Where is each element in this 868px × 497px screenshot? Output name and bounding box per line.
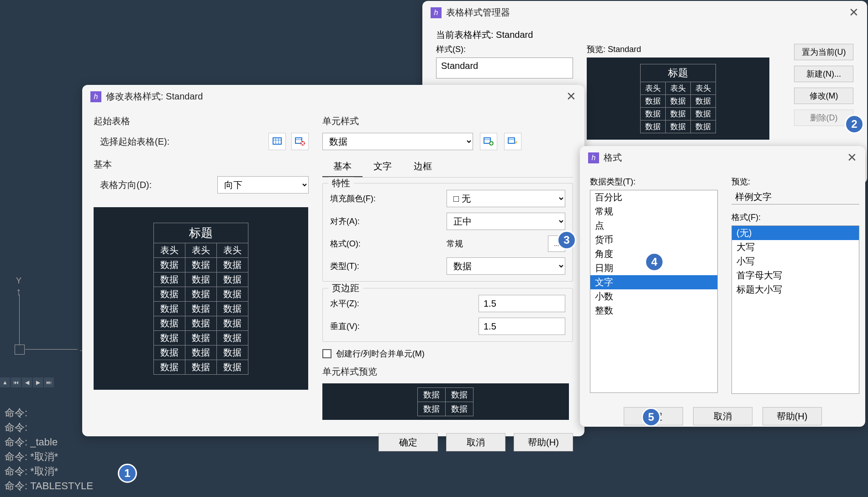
data-type-item[interactable]: 整数 <box>590 303 717 318</box>
align-select[interactable]: 正中 <box>447 213 565 230</box>
merge-checkbox-label: 创建行/列时合并单元(M) <box>336 348 425 359</box>
format-item[interactable]: (无) <box>732 226 859 240</box>
axis-arrow-up-icon: ↑ <box>16 285 21 298</box>
cell-style-tabs: 基本 文字 边框 <box>322 157 573 178</box>
vertical-margin-label: 垂直(V): <box>330 321 360 332</box>
type-label: 类型(T): <box>330 261 359 272</box>
sample-text-display: 样例文字 <box>731 190 859 204</box>
axis-y-label: Y <box>16 276 21 286</box>
manage-cell-style-icon[interactable] <box>504 133 521 150</box>
preview-label: 预览: Standard <box>587 44 780 55</box>
format-dialog-title: 格式 <box>604 152 622 164</box>
cancel-button[interactable]: 取消 <box>446 433 505 451</box>
svg-rect-0 <box>273 138 281 144</box>
nav-next-icon[interactable]: ▶ <box>33 377 43 387</box>
format-item[interactable]: 大写 <box>732 240 859 254</box>
table-preview-large: 标题 表头表头表头 数据数据数据 数据数据数据 数据数据数据 数据数据数据 数据… <box>153 223 248 375</box>
new-button[interactable]: 新建(N)... <box>794 66 853 82</box>
margin-group-title: 页边距 <box>328 282 363 294</box>
svg-rect-14 <box>508 138 515 143</box>
data-type-item[interactable]: 常规 <box>590 204 717 219</box>
step-badge-4: 4 <box>645 252 664 272</box>
select-start-label: 选择起始表格(E): <box>100 136 169 148</box>
modify-button[interactable]: 修改(M) <box>794 88 853 104</box>
step-badge-5: 5 <box>642 408 661 427</box>
layout-nav-strip: ▲ ⏮ ◀ ▶ ⏭ <box>0 377 54 387</box>
select-table-icon[interactable] <box>268 133 286 150</box>
close-icon[interactable]: ✕ <box>847 151 857 165</box>
nav-prev-icon[interactable]: ◀ <box>22 377 32 387</box>
close-icon[interactable]: ✕ <box>849 5 859 20</box>
cell-style-section-label: 单元样式 <box>322 115 573 127</box>
new-cell-style-icon[interactable] <box>480 133 497 150</box>
axis-line-vertical <box>19 294 20 345</box>
direction-select[interactable]: 向下 <box>217 176 309 194</box>
format-preview-label: 预览: <box>731 176 859 187</box>
tab-basic[interactable]: 基本 <box>322 157 363 177</box>
app-icon: h <box>588 152 599 163</box>
ok-button[interactable]: 确定 <box>379 433 438 451</box>
step-badge-1: 1 <box>118 464 137 483</box>
data-type-item[interactable]: 点 <box>590 219 717 233</box>
format-dialog: h 格式 ✕ 数据类型(T): 百分比常规点货币角度日期文字小数整数 预览: 样… <box>580 146 865 427</box>
fill-color-label: 填充颜色(F): <box>330 193 376 204</box>
tab-text[interactable]: 文字 <box>363 157 403 177</box>
tab-border[interactable]: 边框 <box>403 157 443 177</box>
data-type-item[interactable]: 文字 <box>590 275 717 289</box>
direction-label: 表格方向(D): <box>100 179 152 191</box>
data-type-item[interactable]: 百分比 <box>590 190 717 204</box>
manager-title: 表格样式管理器 <box>446 6 510 19</box>
preview-title-cell: 标题 <box>154 223 248 243</box>
format-label: 格式(O): <box>330 238 361 249</box>
merge-checkbox[interactable] <box>322 349 331 358</box>
format-titlebar: h 格式 ✕ <box>580 146 865 169</box>
cancel-button[interactable]: 取消 <box>693 407 752 425</box>
properties-group-title: 特性 <box>328 177 354 189</box>
format-listbox[interactable]: (无)大写小写首字母大写标题大小写 <box>731 225 859 394</box>
basic-section-label: 基本 <box>94 158 309 171</box>
vertical-margin-input[interactable] <box>479 318 565 335</box>
app-icon: h <box>431 7 442 18</box>
data-type-listbox[interactable]: 百分比常规点货币角度日期文字小数整数 <box>590 190 718 393</box>
current-style-label: 当前表格样式: Standard <box>436 29 853 41</box>
remove-table-icon[interactable] <box>291 133 309 150</box>
cell-style-select[interactable]: 数据 <box>322 133 473 150</box>
horizontal-margin-input[interactable] <box>479 295 565 312</box>
styles-listbox[interactable]: Standard <box>436 58 573 78</box>
table-preview: 标题 表头表头表头 数据数据数据 数据数据数据 数据数据数据 <box>640 64 716 133</box>
set-current-button[interactable]: 置为当前(U) <box>794 44 853 60</box>
align-label: 对齐(A): <box>330 216 360 227</box>
cell-preview-label: 单元样式预览 <box>322 366 573 378</box>
modify-table-style-dialog: h 修改表格样式: Standard ✕ 起始表格 选择起始表格(E): 基本 … <box>82 85 584 436</box>
type-select[interactable]: 数据 <box>447 257 565 275</box>
step-badge-2: 2 <box>845 115 864 134</box>
margin-group: 页边距 水平(Z): 垂直(V): <box>322 288 573 342</box>
nav-first-icon[interactable]: ⏮ <box>11 377 21 387</box>
start-section-label: 起始表格 <box>94 115 309 127</box>
preview-title-cell: 标题 <box>641 64 716 82</box>
styles-label: 样式(S): <box>436 44 573 55</box>
fill-color-select[interactable]: □ 无 <box>447 190 565 207</box>
format-item[interactable]: 首字母大写 <box>732 268 859 283</box>
data-type-label: 数据类型(T): <box>590 176 718 187</box>
help-button[interactable]: 帮助(H) <box>514 433 573 451</box>
properties-group: 特性 填充颜色(F): □ 无 对齐(A): 正中 格式(O): 常 <box>322 183 573 282</box>
modify-titlebar: h 修改表格样式: Standard ✕ <box>82 85 584 108</box>
app-icon: h <box>90 91 101 102</box>
format-value: 常规 <box>447 238 545 249</box>
help-button[interactable]: 帮助(H) <box>763 407 822 425</box>
format-list-label: 格式(F): <box>731 212 859 223</box>
nav-last-icon[interactable]: ⏭ <box>44 377 54 387</box>
large-preview-area: 标题 表头表头表头 数据数据数据 数据数据数据 数据数据数据 数据数据数据 数据… <box>94 207 308 390</box>
axis-line-horizontal <box>25 349 78 350</box>
horizontal-margin-label: 水平(Z): <box>330 298 359 309</box>
nav-up-icon[interactable]: ▲ <box>0 377 10 387</box>
format-item[interactable]: 小写 <box>732 254 859 268</box>
style-list-item[interactable]: Standard <box>441 61 568 71</box>
data-type-item[interactable]: 小数 <box>590 289 717 303</box>
command-row: 命令: TABLESTYLE <box>5 479 863 493</box>
axis-origin-icon <box>15 345 25 355</box>
close-icon[interactable]: ✕ <box>566 89 576 104</box>
data-type-item[interactable]: 货币 <box>590 233 717 247</box>
format-item[interactable]: 标题大小写 <box>732 283 859 297</box>
